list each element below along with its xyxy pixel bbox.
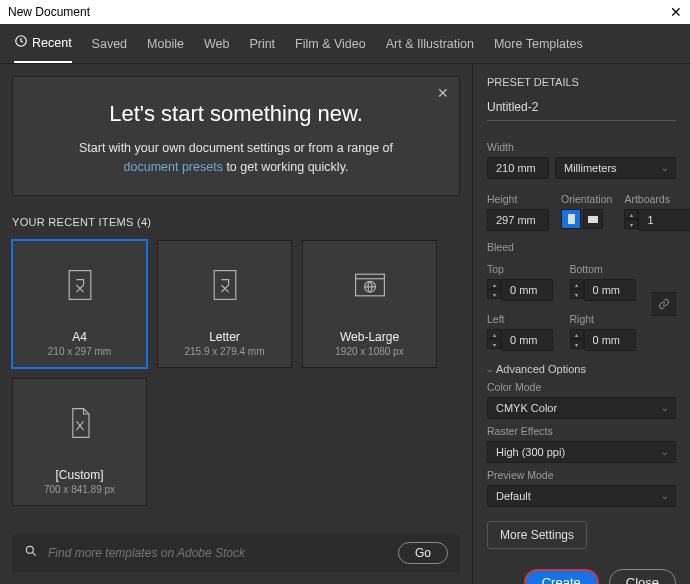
more-settings-button[interactable]: More Settings: [487, 521, 587, 549]
clock-icon: [14, 34, 28, 51]
go-button[interactable]: Go: [398, 542, 448, 564]
tab-saved[interactable]: Saved: [92, 24, 127, 63]
chevron-down-icon: ⌵: [662, 491, 667, 501]
create-button[interactable]: Create: [524, 569, 599, 584]
orientation-portrait[interactable]: [561, 209, 581, 229]
svg-line-7: [33, 553, 36, 556]
bleed-top-input[interactable]: [501, 279, 553, 301]
banner-text: Start with your own document settings or…: [43, 139, 429, 177]
chevron-down-icon: ⌵: [662, 447, 667, 457]
window-title: New Document: [8, 5, 90, 19]
category-tabs: Recent Saved Mobile Web Print Film & Vid…: [0, 24, 690, 64]
units-select[interactable]: Millimeters⌵: [555, 157, 676, 179]
chevron-down-icon: ⌵: [662, 403, 667, 413]
titlebar: New Document ✕: [0, 0, 690, 24]
window-close-icon[interactable]: ✕: [670, 4, 682, 20]
preset-card[interactable]: A4 210 x 297 mm: [12, 240, 147, 368]
bleed-label: Bleed: [487, 241, 676, 253]
link-bleed-button[interactable]: [652, 292, 676, 316]
svg-rect-1: [69, 271, 91, 300]
tab-art-illustration[interactable]: Art & Illustration: [386, 24, 474, 63]
preset-card[interactable]: Letter 215.9 x 279.4 mm: [157, 240, 292, 368]
recent-cards: A4 210 x 297 mm Letter 215.9 x 279.4 mm …: [12, 240, 460, 506]
orientation-label: Orientation: [561, 193, 612, 205]
banner-heading: Let's start something new.: [43, 101, 429, 127]
page-icon: [207, 241, 243, 330]
preset-card[interactable]: Web-Large 1920 x 1080 px: [302, 240, 437, 368]
tab-print[interactable]: Print: [249, 24, 275, 63]
document-name-input[interactable]: [487, 98, 676, 121]
bleed-left-stepper[interactable]: ▴▾: [487, 329, 501, 351]
bleed-right-stepper[interactable]: ▴▾: [570, 329, 584, 351]
tab-mobile[interactable]: Mobile: [147, 24, 184, 63]
preset-card[interactable]: [Custom] 700 x 841.89 px: [12, 378, 147, 506]
svg-rect-2: [214, 271, 236, 300]
bleed-top-stepper[interactable]: ▴▾: [487, 279, 501, 301]
tab-web[interactable]: Web: [204, 24, 229, 63]
bleed-bottom-stepper[interactable]: ▴▾: [570, 279, 584, 301]
close-button[interactable]: Close: [609, 569, 676, 584]
search-input[interactable]: [48, 546, 388, 560]
recent-heading: YOUR RECENT ITEMS (4): [12, 216, 460, 228]
chevron-down-icon: ⌵: [487, 364, 492, 374]
artboards-stepper[interactable]: ▴▾: [624, 209, 638, 231]
advanced-toggle[interactable]: ⌵ Advanced Options: [487, 363, 676, 375]
artboards-input[interactable]: [638, 209, 690, 231]
preset-heading: PRESET DETAILS: [487, 76, 676, 88]
raster-effects-select[interactable]: High (300 ppi)⌵: [487, 441, 676, 463]
orientation-landscape[interactable]: [583, 209, 603, 229]
tab-film-video[interactable]: Film & Video: [295, 24, 366, 63]
search-icon: [24, 544, 38, 562]
width-input[interactable]: [487, 157, 549, 179]
tab-recent[interactable]: Recent: [14, 24, 72, 63]
custom-icon: [62, 379, 98, 468]
tab-more-templates[interactable]: More Templates: [494, 24, 583, 63]
bleed-right-input[interactable]: [584, 329, 636, 351]
welcome-banner: ✕ Let's start something new. Start with …: [12, 76, 460, 196]
bleed-left-input[interactable]: [501, 329, 553, 351]
chevron-down-icon: ⌵: [662, 163, 667, 173]
page-icon: [62, 241, 98, 330]
banner-link[interactable]: document presets: [124, 160, 223, 174]
template-search: Go: [12, 534, 460, 572]
width-label: Width: [487, 141, 676, 153]
color-mode-select[interactable]: CMYK Color⌵: [487, 397, 676, 419]
preset-details-panel: PRESET DETAILS Width Millimeters⌵ Height…: [472, 64, 690, 584]
height-input[interactable]: [487, 209, 549, 231]
web-icon: [352, 241, 388, 330]
height-label: Height: [487, 193, 549, 205]
svg-point-6: [26, 546, 33, 553]
preview-mode-select[interactable]: Default⌵: [487, 485, 676, 507]
bleed-bottom-input[interactable]: [584, 279, 636, 301]
artboards-label: Artboards: [624, 193, 690, 205]
banner-close-icon[interactable]: ✕: [437, 85, 449, 101]
